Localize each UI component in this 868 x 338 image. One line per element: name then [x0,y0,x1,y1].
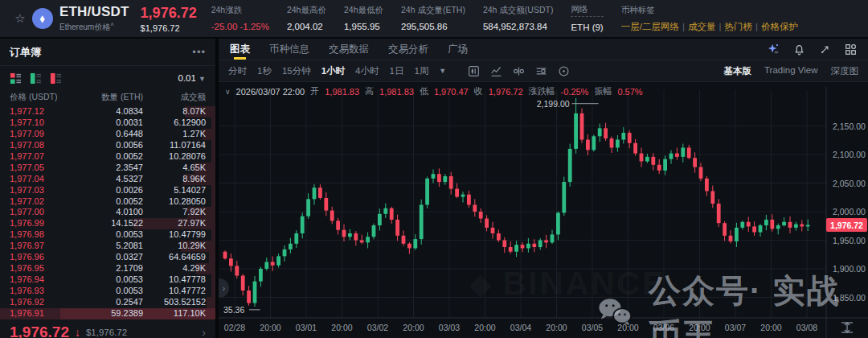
x-axis-label: 03/05 [582,323,603,332]
market-stat: 24h 成交额(USDT)584,952,873.84 [483,5,554,33]
candle-body [253,282,257,303]
candle-body [526,244,530,249]
timeframe-分时[interactable]: 分时 [228,65,247,77]
display-settings-icon[interactable] [535,65,547,77]
stat-value[interactable]: 一层/二层网络|成交量|热门榜|价格保护 [621,22,798,31]
orderbook-ask-row[interactable]: 1,977.070.005210.28076 [0,151,215,163]
precision-dropdown[interactable]: 0.01 ▼ [178,73,206,83]
ask-total: 64.64659 [143,252,206,263]
candle-body [354,233,358,241]
high-label: 高 [365,85,374,97]
orderbook-more-button[interactable]: ••• [192,46,206,58]
timeframe-4小时[interactable]: 4小时 [355,65,379,77]
depth-bar [211,196,215,208]
timeframe-15分钟[interactable]: 15分钟 [282,65,311,77]
orderbook-ask-row[interactable]: 1,977.124.08348.07K [0,106,215,117]
x-axis-label: 20:00 [260,323,280,332]
candle-body [283,249,287,257]
y-axis-label: 1,950.00 [833,236,866,245]
ask-price: 1,977.09 [10,129,77,140]
depth-bar [207,297,215,308]
orderbook-ask-row[interactable]: 1,976.952.17094.29K [0,263,215,274]
candle-body [681,147,685,156]
ask-price: 1,976.97 [10,241,77,252]
tab-币种信息[interactable]: 币种信息 [269,39,309,60]
x-axis-label: 20:00 [474,323,495,332]
orderbook-expand-chevron[interactable]: › [202,326,206,338]
orderbook-title: 订单簿 [10,45,41,60]
symbol-subtitle: Ethereum价格˄ [59,21,129,33]
orderbook-ask-row[interactable]: 1,977.052.35474.65K [0,163,215,174]
candle-body [705,179,709,192]
depth-bar [211,140,215,151]
layout-grid-icon[interactable] [845,43,857,56]
orderbook-ask-row[interactable]: 1,976.920.2547503.52152 [0,297,215,308]
ask-total: 7.92K [143,207,206,218]
orderbook-ask-row[interactable]: 1,976.960.032764.64659 [0,252,215,263]
collapse-ohlc-icon[interactable]: ∨ [225,88,231,96]
ai-assistant-icon[interactable] [767,43,780,56]
candle-body [407,244,411,249]
candle-body [651,157,655,165]
tab-交易数据[interactable]: 交易数据 [329,39,369,60]
orderbook-ask-row[interactable]: 1,977.100.00316.12900 [0,117,215,129]
orderbook-view-bids-icon[interactable] [30,72,42,84]
orderbook-ask-row[interactable]: 1,976.930.005310.47772 [0,286,215,297]
orderbook-ask-row[interactable]: 1,976.980.005310.47799 [0,229,215,241]
timeframe-dropdown-icon[interactable]: ▼ [439,67,446,75]
stat-value: 2,004.02 [287,22,323,31]
current-price-tag: 1,976.72 [826,218,867,232]
notification-bell-icon[interactable] [793,43,805,56]
orderbook-ask-row[interactable]: 1,976.9159.2389117.10K [0,308,215,319]
candle-body [788,222,792,228]
view-mode-深度图[interactable]: 深度图 [831,65,859,77]
chart-settings-icon[interactable] [558,65,570,77]
ask-price: 1,976.93 [10,286,77,297]
orderbook-ask-row[interactable]: 1,977.090.64481.27K [0,129,215,140]
view-mode-基本版[interactable]: 基本版 [724,65,752,77]
chart-canvas[interactable]: 2,150.002,100.002,050.002,000.001,950.00… [219,82,868,338]
favorite-star-icon[interactable]: ☆ [10,11,31,26]
indicators-icon[interactable] [490,65,502,77]
market-stat: 24h 成交量(ETH)295,505.86 [401,5,465,33]
orderbook-ask-row[interactable]: 1,976.9914.152227.97K [0,218,215,229]
timeframe-1小时[interactable]: 1小时 [321,65,345,77]
token-tag[interactable]: 价格保护 [761,22,798,31]
token-tag[interactable]: 成交量 [688,22,716,31]
orderbook-view-asks-icon[interactable] [50,72,62,84]
view-mode-Trading View[interactable]: Trading View [764,65,817,77]
chart-type-icon[interactable] [468,65,480,77]
candle-body [306,199,310,216]
tab-交易分析[interactable]: 交易分析 [388,39,428,60]
orderbook-ask-row[interactable]: 1,976.975.208110.29K [0,241,215,252]
tab-广场[interactable]: 广场 [448,39,468,60]
stat-label: 24h 成交量(ETH) [401,5,465,16]
candle-body [425,179,429,205]
orderbook-ask-row[interactable]: 1,977.004.01007.92K [0,207,215,218]
chart-toolbar: 分时1秒15分钟1小时4小时1日1周 ▼ [219,60,868,82]
orderbook-ask-row[interactable]: 1,977.080.005611.07164 [0,140,215,151]
symbol-block[interactable]: ETH/USDT Ethereum价格˄ [59,4,129,33]
ask-amount: 4.0100 [77,207,143,218]
token-tag[interactable]: 一层/二层网络 [621,22,679,31]
orderbook-ask-row[interactable]: 1,976.940.005310.47778 [0,274,215,286]
expand-icon[interactable] [819,43,831,56]
stat-value: ETH (9) [571,23,603,32]
orderbook-view-both-icon[interactable] [10,72,22,84]
timeframe-1周[interactable]: 1周 [414,65,428,77]
timeframe-1秒[interactable]: 1秒 [257,65,272,77]
tab-图表[interactable]: 图表 [230,39,250,60]
orderbook-ask-row[interactable]: 1,977.044.53278.96K [0,174,215,185]
orderbook-ask-row[interactable]: 1,977.030.00265.14027 [0,185,215,196]
candle-body [800,225,804,227]
compare-icon[interactable] [513,65,525,77]
y-axis-label: 2,100.00 [833,150,866,159]
x-axis-label: 03/04 [510,323,531,332]
axis-scale-icon[interactable] [841,323,853,332]
orderbook-ask-row[interactable]: 1,977.020.005210.28050 [0,196,215,208]
token-tag[interactable]: 热门榜 [724,22,752,31]
axes: 2,150.002,100.002,050.002,000.001,950.00… [219,87,868,338]
ask-amount: 4.5327 [77,174,143,185]
timeframe-1日[interactable]: 1日 [390,65,404,77]
stat-label: 网络 [571,4,603,17]
